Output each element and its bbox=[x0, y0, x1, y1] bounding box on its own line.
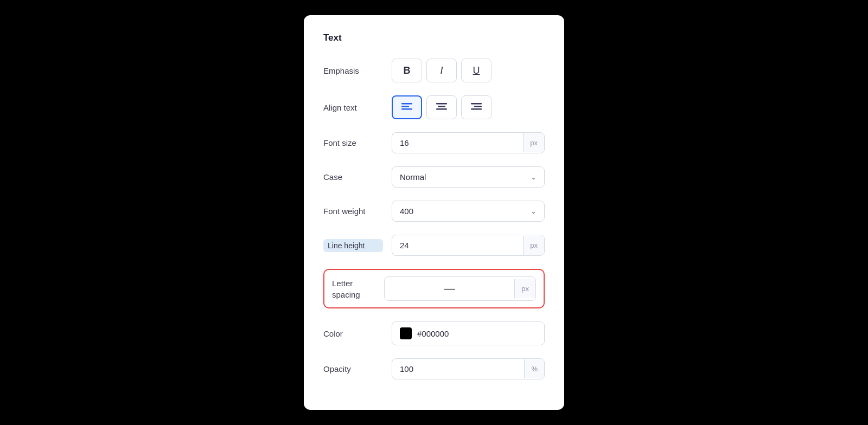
svg-rect-6 bbox=[471, 103, 482, 105]
font-weight-row: Font weight 400 ⌄ bbox=[323, 201, 545, 222]
underline-icon: U bbox=[473, 65, 480, 76]
font-weight-value: 400 bbox=[400, 207, 413, 216]
text-panel: Text Emphasis B I U Align text bbox=[304, 15, 564, 410]
opacity-row: Opacity % bbox=[323, 358, 545, 379]
italic-button[interactable]: I bbox=[426, 59, 457, 82]
opacity-input-group: % bbox=[392, 358, 545, 379]
line-height-row: Line height px bbox=[323, 235, 545, 256]
line-height-input-group: px bbox=[392, 235, 545, 256]
svg-rect-1 bbox=[401, 106, 409, 107]
letter-spacing-dash: — bbox=[385, 277, 514, 300]
align-right-button[interactable] bbox=[461, 95, 492, 119]
opacity-input[interactable] bbox=[392, 359, 524, 379]
case-value: Normal bbox=[400, 172, 426, 182]
opacity-label: Opacity bbox=[323, 364, 383, 374]
letter-spacing-unit: px bbox=[514, 279, 535, 298]
line-height-unit: px bbox=[523, 236, 544, 255]
color-label: Color bbox=[323, 329, 383, 338]
align-left-button[interactable] bbox=[392, 95, 422, 119]
underline-button[interactable]: U bbox=[461, 59, 492, 82]
color-swatch bbox=[400, 327, 412, 339]
emphasis-row: Emphasis B I U bbox=[323, 59, 545, 82]
font-weight-label: Font weight bbox=[323, 207, 383, 216]
align-text-row: Align text bbox=[323, 95, 545, 119]
font-size-unit: px bbox=[523, 133, 544, 152]
align-center-icon bbox=[436, 103, 447, 112]
svg-rect-8 bbox=[471, 108, 482, 110]
font-weight-dropdown[interactable]: 400 ⌄ bbox=[392, 201, 545, 222]
svg-rect-3 bbox=[436, 103, 447, 105]
emphasis-controls: B I U bbox=[392, 59, 545, 82]
chevron-down-icon: ⌄ bbox=[531, 207, 537, 215]
align-right-icon bbox=[471, 103, 482, 112]
italic-icon: I bbox=[440, 65, 443, 76]
svg-rect-5 bbox=[436, 108, 447, 110]
align-text-controls bbox=[392, 95, 545, 119]
align-text-label: Align text bbox=[323, 103, 383, 112]
letter-spacing-input-group: — px bbox=[384, 276, 536, 301]
color-hex-value: #000000 bbox=[417, 329, 449, 338]
bold-button[interactable]: B bbox=[392, 59, 422, 82]
color-row: Color #000000 bbox=[323, 321, 545, 345]
case-dropdown[interactable]: Normal ⌄ bbox=[392, 166, 545, 188]
letter-spacing-label: Letter spacing bbox=[332, 278, 375, 300]
svg-rect-4 bbox=[438, 106, 445, 107]
chevron-down-icon: ⌄ bbox=[531, 173, 537, 181]
line-height-label: Line height bbox=[323, 239, 383, 252]
align-left-icon bbox=[401, 103, 412, 112]
line-height-input[interactable] bbox=[392, 235, 523, 255]
case-label: Case bbox=[323, 172, 383, 182]
panel-title: Text bbox=[323, 33, 545, 43]
font-size-row: Font size px bbox=[323, 132, 545, 153]
svg-rect-2 bbox=[401, 108, 412, 110]
font-size-input-group: px bbox=[392, 132, 545, 153]
letter-spacing-row: Letter spacing — px bbox=[323, 269, 545, 308]
emphasis-label: Emphasis bbox=[323, 66, 383, 75]
svg-rect-7 bbox=[474, 106, 482, 107]
align-center-button[interactable] bbox=[426, 95, 457, 119]
bold-icon: B bbox=[404, 65, 411, 76]
case-row: Case Normal ⌄ bbox=[323, 166, 545, 188]
svg-rect-0 bbox=[401, 103, 412, 105]
font-size-label: Font size bbox=[323, 138, 383, 147]
color-picker[interactable]: #000000 bbox=[392, 321, 545, 345]
font-size-input[interactable] bbox=[392, 133, 523, 153]
opacity-unit: % bbox=[524, 359, 544, 378]
